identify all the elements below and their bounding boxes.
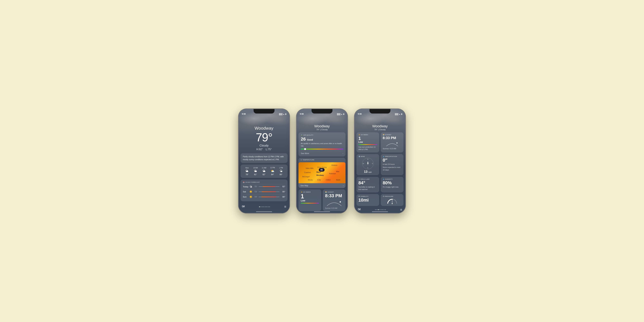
wifi-icon-1: ▲ xyxy=(283,113,285,115)
map-icon-1[interactable]: 🗺 xyxy=(242,205,245,208)
screen-3[interactable]: 9:08 ▐▐▐ ▲ ▮ Woodway 79° | Cloudy ☀️ UV … xyxy=(354,109,406,213)
dot-3-4 xyxy=(379,209,380,210)
dot-1-1 xyxy=(259,206,260,207)
wind-detail-title: 💨 WIND xyxy=(358,156,377,157)
screen-2[interactable]: 9:08 ▐▐▐ ▲ ▮ Woodway 79° | Cloudy 🍃 AIR xyxy=(296,109,348,213)
forecast-row-sat: Sat ☀️ 73° 95° xyxy=(243,189,285,194)
hour-item-1: 10 AM 🌥 81° xyxy=(251,167,260,176)
temp-map-header: 🌡 TEMPERATURE xyxy=(298,158,346,162)
feels-like-sub: Humidity is making it feel warmer. xyxy=(358,186,377,191)
dots-3 xyxy=(375,209,386,210)
sunset-detail-card: 🌅 SUNSET 8:33 PM Sunrise: 6:23 AM xyxy=(381,132,404,152)
dot-1-6 xyxy=(266,206,267,207)
screen-1[interactable]: 9:08 ▐▐▐ ▲ ▮ Woodway 79° Cloudy H:92° L:… xyxy=(238,109,290,213)
dot-1-2 xyxy=(260,206,261,207)
map-label-eddy: Eddy xyxy=(317,179,321,181)
notch-3 xyxy=(370,109,390,114)
time-3: 9:08 xyxy=(358,113,362,115)
wifi-icon-2: ▲ xyxy=(341,113,342,115)
compass-container: N S W E xyxy=(362,158,374,169)
hour-item-3: 12 PM ⛅ 84° xyxy=(268,167,277,176)
bar-sat xyxy=(258,192,280,192)
home-indicator-1 xyxy=(256,212,272,212)
bar-today xyxy=(258,186,280,187)
uv-detail-sub: Use sun protection 11 AM to 5 PM. xyxy=(358,146,377,151)
map-label-waco: Waco xyxy=(316,171,320,173)
city-name-1: Woodway xyxy=(242,126,286,131)
aq-bar xyxy=(301,148,343,150)
sun-detail-icon: ☀️ xyxy=(358,134,360,136)
description-card-1: Partly cloudy conditions from 12 PM–2 PM… xyxy=(240,153,288,163)
dot-1-8 xyxy=(269,206,270,207)
signal-icon-3: ▐▐▐ xyxy=(394,113,398,115)
map-label-woodway: Woodway xyxy=(316,174,324,176)
feels-like-card: 🌡 FEELS LIKE 84° Humidity is making it f… xyxy=(356,177,379,192)
temperature-map: Valley Mills China Spring Gholson Crawfo… xyxy=(298,162,346,183)
map-label-mart: Mart xyxy=(336,171,340,172)
precip-detail-icon: 💧 xyxy=(383,156,385,157)
hour-item-2: 11 AM 🌥 82° xyxy=(260,167,268,176)
cards-scroll-2[interactable]: 🍃 AIR QUALITY 26 Good Air quality is sat… xyxy=(296,132,348,213)
dots-1 xyxy=(259,206,270,207)
aq-header: 26 Good xyxy=(301,136,343,142)
status-icons-2: ▐▐▐ ▲ ▮ xyxy=(336,113,344,115)
dot-1-7 xyxy=(268,206,268,207)
aq-indicator xyxy=(304,148,306,150)
visibility-card: 👁 VISIBILITY 10mi xyxy=(356,194,379,206)
dot-3-1 xyxy=(375,209,376,210)
map-label-crawford: Crawford xyxy=(304,172,311,174)
see-map-text[interactable]: See Map xyxy=(300,184,308,187)
svg-point-0 xyxy=(340,201,341,202)
sunset-detail-value: 8:33 PM xyxy=(383,136,402,140)
header-3: Woodway 79° | Cloudy xyxy=(354,116,406,132)
see-more-text[interactable]: See More xyxy=(301,152,309,154)
phones-container: 9:08 ▐▐▐ ▲ ▮ Woodway 79° Cloudy H:92° L:… xyxy=(238,109,406,213)
see-map-row[interactable]: See Map › xyxy=(298,183,346,188)
temperature-1: 79° xyxy=(242,132,286,143)
air-quality-card: 🍃 AIR QUALITY 26 Good Air quality is sat… xyxy=(298,132,346,156)
aq-label: 🍃 AIR QUALITY xyxy=(301,134,343,136)
dot-3-5 xyxy=(381,209,382,210)
dot-3-3 xyxy=(378,209,379,210)
condition-1: Cloudy xyxy=(242,144,286,147)
list-icon-3[interactable]: ≡ xyxy=(400,208,402,212)
map-label-moody: Moody xyxy=(308,179,313,181)
hour-item-0: Now 🌥 78° xyxy=(243,167,251,176)
pressure-card: ⏱ PRESSURE xyxy=(381,194,404,206)
signal-icon-2: ▐▐▐ xyxy=(336,113,340,115)
dot-1-3 xyxy=(262,206,263,207)
precip-detail-card: 💧 PRECIPITATION 0″ in last 24 hours None… xyxy=(381,154,404,175)
compass-n: N xyxy=(367,158,368,160)
dot-1-4 xyxy=(264,206,264,207)
see-more-row[interactable]: See More › xyxy=(301,151,343,154)
feels-like-value: 84° xyxy=(358,181,377,185)
wind-speed: 13 xyxy=(364,170,368,174)
pressure-icon: ⏱ xyxy=(383,196,384,197)
sunset-arc-2 xyxy=(325,199,343,207)
aq-desc: Air quality is satisfactory and poses li… xyxy=(301,142,343,147)
ten-day-label-1: 📅 10-DAY FORECAST xyxy=(243,182,285,183)
uv-value-2: 1 xyxy=(301,194,319,199)
wifi-icon-3: ▲ xyxy=(399,113,400,115)
humidity-icon: 💧 xyxy=(383,178,385,180)
forecast-row-sun: Sun ☀️ 74° 96° xyxy=(243,194,285,199)
list-icon-1[interactable]: ≡ xyxy=(284,205,286,209)
chevron-icon: › xyxy=(342,152,343,154)
dot-3-6 xyxy=(382,209,383,210)
svg-point-1 xyxy=(396,142,398,144)
map-label-robinson: Robinson xyxy=(329,173,336,174)
scroll-content-1[interactable]: Partly cloudy conditions from 12 PM–2 PM… xyxy=(238,153,290,201)
compass-e: E xyxy=(372,163,373,164)
phone-1: 9:08 ▐▐▐ ▲ ▮ Woodway 79° Cloudy H:92° L:… xyxy=(238,109,290,213)
phone-2: 9:08 ▐▐▐ ▲ ▮ Woodway 79° | Cloudy 🍃 AIR xyxy=(296,109,348,213)
pressure-gauge xyxy=(386,198,398,204)
feels-like-title: 🌡 FEELS LIKE xyxy=(358,178,377,180)
svg-point-5 xyxy=(392,203,393,204)
wind-detail-icon: 💨 xyxy=(358,156,360,157)
uv-sunset-row: ☀️ UV INDEX 1 Low 🌅 SUNSET 8:33 PM xyxy=(298,189,346,213)
map-icon-3[interactable]: 🗺 xyxy=(358,208,361,212)
humidity-card: 💧 HUMIDITY 80% It's muggy right now. xyxy=(381,177,404,192)
compass-w: W xyxy=(363,163,364,164)
battery-icon-3: ▮ xyxy=(401,113,402,115)
bar-fill-sun xyxy=(262,196,276,197)
